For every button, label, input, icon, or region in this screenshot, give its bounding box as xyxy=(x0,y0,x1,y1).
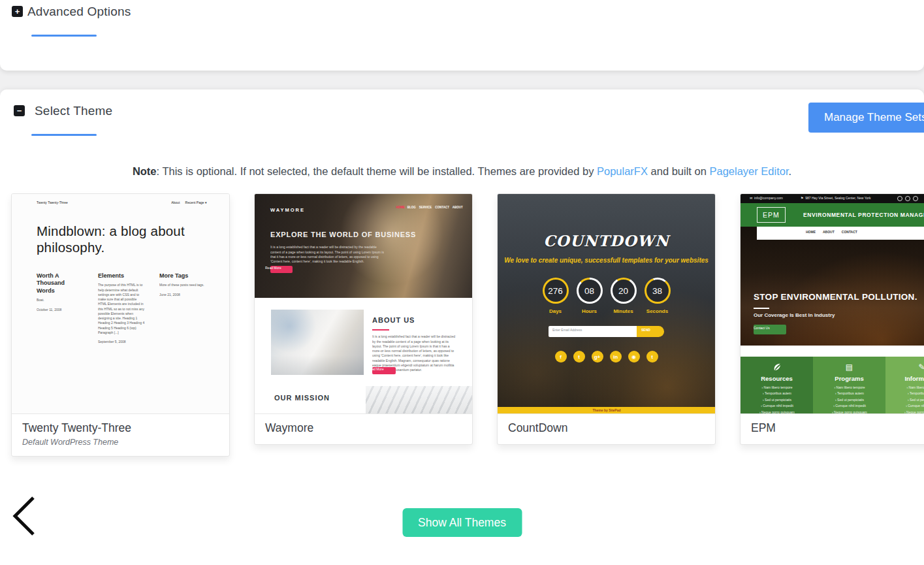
instagram-icon: ◉ xyxy=(628,351,640,363)
tt3-headline: Mindblown: a blog about philosophy. xyxy=(37,223,200,255)
social-circle-icon xyxy=(913,196,918,201)
waymore-about-title: ABOUT US xyxy=(372,316,415,324)
waymore-logo: WAYMORE xyxy=(270,207,305,213)
countdown-seconds-value: 38 xyxy=(646,280,669,302)
leaf-icon xyxy=(741,362,813,372)
theme-name: Waymore xyxy=(265,421,462,435)
tumblr-icon: t xyxy=(646,351,658,363)
countdown-days-label: Days xyxy=(543,308,569,314)
advanced-options-underline xyxy=(31,35,97,37)
tt3-post-body: The purpose of this HTML is to help dete… xyxy=(98,283,145,344)
note-text-3: . xyxy=(789,165,792,177)
countdown-email-row: Enter Email Address SEND xyxy=(498,326,715,337)
theme-name: EPM xyxy=(751,421,924,435)
epm-topbar: ✉ info@company.com ⚑ 987 Hay Via Street,… xyxy=(741,194,924,203)
countdown-hours-value: 08 xyxy=(579,280,601,302)
epm-tile-title: Programs xyxy=(813,375,885,382)
carousel-previous-arrow[interactable] xyxy=(10,496,37,539)
epm-address: ⚑ 987 Hay Via Street, Sealog Center, New… xyxy=(801,196,871,200)
theme-card-row: Twenty Twenty-Three About Recent Page ▾ … xyxy=(11,193,924,457)
countdown-social-row: f t g+ in ◉ t xyxy=(498,351,715,363)
theme-note: Note: This is optional. If not selected,… xyxy=(0,165,924,178)
waymore-mission-title: OUR MISSION xyxy=(274,394,330,402)
minus-icon[interactable]: − xyxy=(14,105,25,116)
tt3-post-title: Worth A Thousand Words xyxy=(37,272,84,295)
googleplus-icon: g+ xyxy=(592,351,603,363)
theme-name: Twenty Twenty-Three xyxy=(22,421,219,435)
theme-card-footer: Twenty Twenty-Three Default WordPress Th… xyxy=(12,413,229,456)
epm-nav: HOME ABOUT CONTACT xyxy=(757,227,924,240)
waymore-mission-section: OUR MISSION xyxy=(255,386,472,413)
theme-card-waymore[interactable]: WAYMORE HOME BLOG SERVICE CONTACT ABOUT … xyxy=(254,193,473,445)
countdown-seconds-label: Seconds xyxy=(645,308,671,314)
manage-theme-sets-button[interactable]: Manage Theme Sets xyxy=(808,103,924,133)
popularfx-link[interactable]: PopularFX xyxy=(597,165,648,177)
theme-card-footer: Waymore xyxy=(255,413,472,444)
waymore-accent-bar xyxy=(372,329,389,331)
theme-card-twenty-twenty-three[interactable]: Twenty Twenty-Three About Recent Page ▾ … xyxy=(11,193,230,457)
epm-tile-list: › Nam libero tempore › Temporibus autem … xyxy=(885,384,924,413)
theme-preview-twenty-twenty-three: Twenty Twenty-Three About Recent Page ▾ … xyxy=(12,194,229,413)
waymore-hero-title: EXPLORE THE WORLD OF BUSINESS xyxy=(270,231,416,238)
waymore-nav: HOME BLOG SERVICE CONTACT ABOUT xyxy=(396,206,463,209)
plus-icon[interactable]: + xyxy=(12,6,23,17)
waymore-hero-text: It is a long established fact that a rea… xyxy=(270,245,385,264)
tt3-site-title: Twenty Twenty-Three xyxy=(37,201,68,204)
advanced-options-title: Advanced Options xyxy=(27,5,131,19)
epm-header: EPM ENVIRONMENTAL PROTECTION MANAGEMENT xyxy=(741,203,924,227)
pagelayer-link[interactable]: Pagelayer Editor xyxy=(709,165,788,177)
newspaper-icon: ▤ xyxy=(813,362,885,372)
countdown-send-button: SEND xyxy=(637,326,664,337)
epm-tiles: Resources › Nam libero tempore › Tempori… xyxy=(741,357,924,413)
select-theme-section: − Select Theme Manage Theme Sets Note: T… xyxy=(0,89,924,565)
waymore-ceiling-photo xyxy=(366,386,472,413)
social-circle-icon xyxy=(897,196,902,201)
note-text-1: : This is optional. If not selected, the… xyxy=(157,165,597,177)
theme-preview-countdown: COUNTDOWN We love to create unique, succ… xyxy=(498,194,715,413)
waymore-nav-rest: BLOG SERVICE CONTACT ABOUT xyxy=(405,206,463,209)
epm-org-title: ENVIRONMENTAL PROTECTION MANAGEMENT xyxy=(803,212,924,218)
epm-tile-programs: ▤ Programs › Nam libero tempore › Tempor… xyxy=(813,357,885,413)
waymore-hero-image: WAYMORE HOME BLOG SERVICE CONTACT ABOUT … xyxy=(255,194,472,298)
countdown-title: COUNTDOWN xyxy=(498,232,715,250)
epm-hero-subtitle: Our Coverage Is Best In Industry xyxy=(754,312,835,318)
select-theme-title: Select Theme xyxy=(35,104,112,118)
note-label: Note xyxy=(133,165,157,177)
epm-hero-title: STOP ENVIRONMENTAL POLLUTION. xyxy=(754,292,917,302)
waymore-nav-home: HOME xyxy=(396,206,406,209)
epm-tile-title: Resources xyxy=(741,375,813,382)
select-theme-underline xyxy=(31,134,97,136)
tt3-post-body: Boat. October 11, 2008 xyxy=(37,298,84,312)
note-text-2: and built on xyxy=(648,165,710,177)
countdown-minutes-label: Minutes xyxy=(611,308,637,314)
waymore-about-section: ABOUT US It is a long established fact t… xyxy=(255,298,472,386)
show-all-themes-button[interactable]: Show All Themes xyxy=(402,508,522,537)
tt3-post-title: Elements xyxy=(98,272,145,280)
tt3-menu: About Recent Page ▾ xyxy=(171,201,206,204)
social-circle-icon xyxy=(905,196,910,201)
countdown-credit-bar: Theme by SitePad xyxy=(498,407,715,413)
epm-tile-title: Information xyxy=(885,375,924,382)
theme-preview-epm: ✉ info@company.com ⚑ 987 Hay Via Street,… xyxy=(741,194,924,413)
countdown-tagline: We love to create unique, successfull te… xyxy=(498,257,715,264)
epm-tile-information: ✎ Information › Nam libero tempore › Tem… xyxy=(885,357,924,413)
countdown-minutes-value: 20 xyxy=(613,280,635,302)
pencil-icon: ✎ xyxy=(885,362,924,372)
epm-tile-list: › Nam libero tempore › Temporibus autem … xyxy=(741,384,813,413)
theme-card-epm[interactable]: ✉ info@company.com ⚑ 987 Hay Via Street,… xyxy=(740,193,924,445)
countdown-credit: Theme by SitePad xyxy=(498,407,715,413)
waymore-office-photo xyxy=(271,310,364,375)
epm-hero-underline xyxy=(754,308,769,309)
advanced-options-section: + Advanced Options xyxy=(0,0,924,71)
twitter-icon: t xyxy=(573,351,585,363)
theme-preview-waymore: WAYMORE HOME BLOG SERVICE CONTACT ABOUT … xyxy=(255,194,472,413)
epm-tile-list: › Nam libero tempore › Temporibus autem … xyxy=(813,384,885,413)
countdown-days-value: 276 xyxy=(545,280,567,302)
epm-topbar-social-icons xyxy=(897,196,918,201)
tt3-post-title: More Tags xyxy=(159,272,206,280)
theme-card-countdown[interactable]: COUNTDOWN We love to create unique, succ… xyxy=(497,193,716,445)
theme-card-footer: CountDown xyxy=(498,413,715,444)
epm-email: ✉ info@company.com xyxy=(750,196,783,200)
waymore-readmore-button: Read More xyxy=(270,266,293,273)
epm-logo: EPM xyxy=(757,207,786,223)
